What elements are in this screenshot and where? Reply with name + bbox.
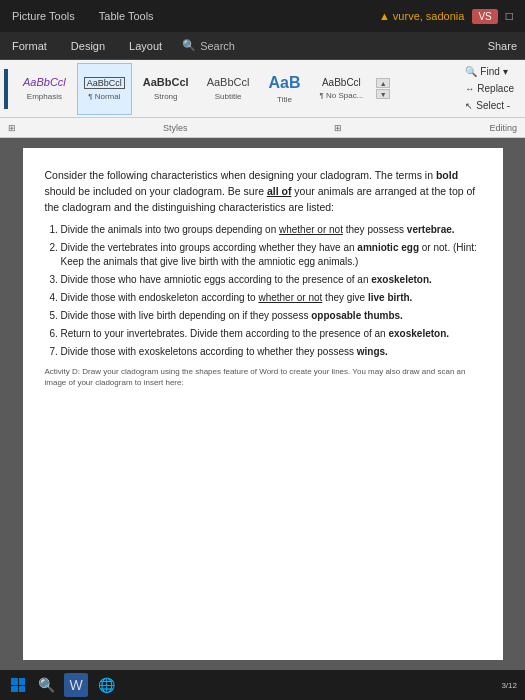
style-title-label: Title — [277, 95, 292, 104]
search-label: Search — [200, 40, 235, 52]
select-cursor-icon: ↖ — [465, 101, 473, 111]
doc-intro: Consider the following characteristics w… — [45, 168, 481, 215]
style-subtitle-preview: AaBbCcl — [207, 76, 250, 89]
style-normal[interactable]: AaBbCcl ¶ Normal — [77, 63, 132, 115]
document-page: Consider the following characteristics w… — [23, 148, 503, 660]
list-item: Divide those with live birth depending o… — [61, 309, 481, 323]
list-item: Divide those who have amniotic eggs acco… — [61, 273, 481, 287]
replace-icon: ↔ — [465, 84, 474, 94]
style-emphasis[interactable]: AaBbCcl Emphasis — [16, 63, 73, 115]
style-strong-preview: AaBbCcl — [143, 76, 189, 89]
styles-section-label: Styles — [163, 123, 188, 133]
window-control-icon[interactable]: □ — [506, 9, 513, 23]
style-strong[interactable]: AaBbCcl Strong — [136, 63, 196, 115]
scroll-down-button[interactable]: ▼ — [376, 89, 390, 99]
style-nospac[interactable]: AaBbCcl ¶ No Spac... — [312, 63, 370, 115]
style-emphasis-label: Emphasis — [27, 92, 62, 101]
user-initials[interactable]: VS — [472, 9, 497, 24]
select-button[interactable]: ↖ Select - — [462, 99, 517, 112]
replace-button[interactable]: ↔ Replace — [462, 82, 517, 95]
list-item: Divide those with exoskeletons according… — [61, 345, 481, 359]
style-subtitle[interactable]: AaBbCcl Subtitle — [200, 63, 257, 115]
doc-steps-list: Divide the animals into two groups depen… — [45, 223, 481, 359]
search-taskbar-icon[interactable]: 🔍 — [34, 673, 58, 697]
ribbon-scroll: ▲ ▼ — [376, 78, 390, 99]
picture-tools-label: Picture Tools — [12, 10, 75, 22]
title-bar-tools: Picture Tools Table Tools — [12, 10, 154, 22]
menu-layout[interactable]: Layout — [125, 38, 166, 54]
replace-label: Replace — [477, 83, 514, 94]
windows-logo — [11, 678, 25, 692]
ribbon-footer-right-icon: ⊞ — [334, 123, 342, 133]
title-bar-alert: ▲ vurve, sadonia — [379, 10, 465, 22]
find-label: Find — [480, 66, 499, 77]
title-bar: Picture Tools Table Tools ▲ vurve, sadon… — [0, 0, 525, 32]
style-nospac-label: ¶ No Spac... — [319, 91, 363, 100]
style-subtitle-label: Subtitle — [215, 92, 242, 101]
menu-design[interactable]: Design — [67, 38, 109, 54]
style-emphasis-preview: AaBbCcl — [23, 76, 66, 89]
list-item: Divide those with endoskeleton according… — [61, 291, 481, 305]
find-dropdown-icon: ▾ — [503, 66, 508, 77]
list-item: Return to your invertebrates. Divide the… — [61, 327, 481, 341]
table-tools-label: Table Tools — [99, 10, 154, 22]
ribbon-editing-panel: 🔍 Find ▾ ↔ Replace ↖ Select - — [462, 65, 521, 112]
taskbar-system-tray: 3/12 — [501, 681, 517, 690]
style-title-preview: AaB — [268, 73, 300, 92]
menu-search[interactable]: 🔍 Search — [182, 39, 235, 52]
style-normal-label: ¶ Normal — [88, 92, 120, 101]
style-normal-preview: AaBbCcl — [84, 76, 125, 89]
editing-section-label: Editing — [489, 123, 517, 133]
style-strong-label: Strong — [154, 92, 178, 101]
ribbon-footer-icon: ⊞ — [8, 123, 16, 133]
style-title[interactable]: AaB Title — [260, 63, 308, 115]
find-button[interactable]: 🔍 Find ▾ — [462, 65, 517, 78]
select-label: Select - — [476, 100, 510, 111]
windows-taskbar: 🔍 W 🌐 3/12 — [0, 670, 525, 700]
ribbon-marker — [4, 69, 8, 109]
system-time: 3/12 — [501, 681, 517, 690]
ribbon: AaBbCcl Emphasis AaBbCcl ¶ Normal AaBbCc… — [0, 60, 525, 118]
menu-format[interactable]: Format — [8, 38, 51, 54]
word-taskbar-button[interactable]: W — [64, 673, 88, 697]
activity-note: Activity D: Draw your cladogram using th… — [45, 367, 481, 388]
list-item: Divide the vertebrates into groups accor… — [61, 241, 481, 269]
list-item: Divide the animals into two groups depen… — [61, 223, 481, 237]
document-area: Consider the following characteristics w… — [0, 138, 525, 670]
share-button[interactable]: Share — [488, 40, 517, 52]
menu-bar: Format Design Layout 🔍 Search Share — [0, 32, 525, 60]
start-button[interactable] — [8, 675, 28, 695]
ribbon-footer: ⊞ Styles ⊞ Editing — [0, 118, 525, 138]
browser-taskbar-icon[interactable]: 🌐 — [94, 673, 118, 697]
search-icon: 🔍 — [182, 39, 196, 52]
scroll-up-button[interactable]: ▲ — [376, 78, 390, 88]
style-nospac-preview: AaBbCcl — [322, 77, 361, 89]
find-icon: 🔍 — [465, 66, 477, 77]
title-bar-right: ▲ vurve, sadonia VS □ — [379, 9, 513, 24]
